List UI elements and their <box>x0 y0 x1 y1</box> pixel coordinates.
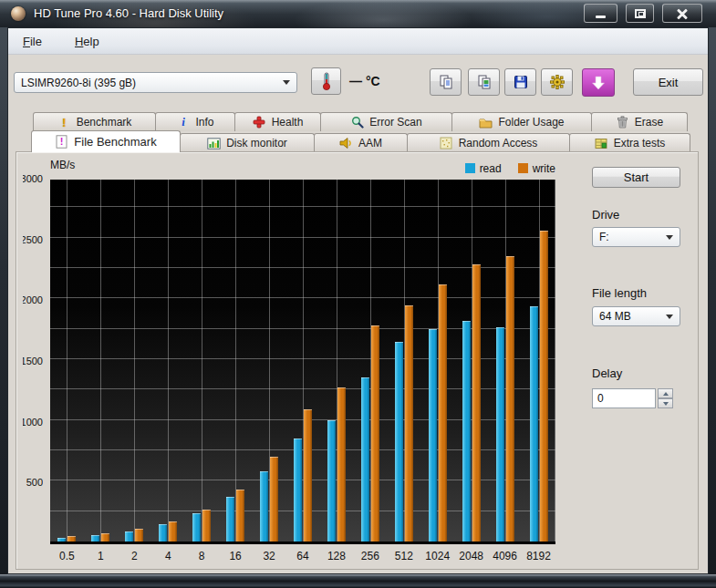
v-gridline <box>168 180 169 544</box>
tab-aam[interactable]: AAM <box>314 133 408 152</box>
tab-health[interactable]: Health <box>234 112 321 131</box>
x-tick-label: 8192 <box>521 550 557 562</box>
bar-read-2 <box>125 531 133 542</box>
bar-read-32 <box>260 471 268 542</box>
bar-write-8192 <box>540 231 548 542</box>
tab-row-2: ! File Benchmark Disk monitor <box>31 130 690 152</box>
down-arrow-icon <box>663 402 669 406</box>
bar-write-512 <box>405 305 413 542</box>
temperature-value: — °C <box>349 74 380 88</box>
client-area: File Help LSIMR9260-8i (395 gB) — °C <box>7 27 709 574</box>
x-tick-label: 8 <box>183 550 220 562</box>
x-tick-label: 4 <box>150 550 186 562</box>
bar-write-4096 <box>506 256 514 542</box>
start-button[interactable]: Start <box>592 167 680 188</box>
minimize-icon <box>596 15 606 18</box>
bar-write-32 <box>270 457 278 542</box>
bar-read-256 <box>361 377 369 542</box>
tools-button[interactable] <box>541 68 573 96</box>
thermometer-icon <box>318 71 335 91</box>
device-selector-value: LSIMR9260-8i (395 gB) <box>21 77 279 89</box>
delay-spin-up-button[interactable] <box>658 388 673 398</box>
tab-file-benchmark[interactable]: ! File Benchmark <box>31 130 181 152</box>
svg-text:!: ! <box>60 136 64 147</box>
bar-write-1024 <box>439 284 447 542</box>
tab-disk-monitor[interactable]: Disk monitor <box>180 133 315 152</box>
bar-write-128 <box>337 387 346 542</box>
exit-button[interactable]: Exit <box>633 68 703 96</box>
legend-item-write: write <box>518 162 555 175</box>
maximize-button[interactable] <box>626 4 654 23</box>
legend-item-read: read <box>465 162 502 175</box>
benchmark-icon: ! <box>57 116 71 129</box>
delay-spinner <box>658 388 673 408</box>
bar-read-4 <box>159 524 167 542</box>
v-gridline <box>67 180 67 544</box>
temperature-button[interactable] <box>311 67 341 95</box>
random-access-icon <box>440 137 453 150</box>
legend-swatch-read <box>465 163 475 173</box>
y-tick-label: 2500 <box>23 234 43 245</box>
x-tick-label: 4096 <box>487 550 524 562</box>
bar-write-64 <box>304 409 312 542</box>
bar-write-8 <box>202 510 211 542</box>
menu-bar: File Help <box>8 28 708 55</box>
tab-info[interactable]: i Info <box>155 112 235 131</box>
delay-label: Delay <box>592 366 622 380</box>
x-tick-label: 1 <box>82 550 119 562</box>
delay-input[interactable] <box>592 388 656 408</box>
extra-tests-icon <box>595 137 608 150</box>
legend-swatch-write <box>518 163 528 173</box>
drive-selector[interactable]: F: <box>592 227 680 247</box>
file-length-selector[interactable]: 64 MB <box>592 306 680 326</box>
v-gridline <box>134 180 135 544</box>
x-tick-label: 64 <box>285 550 321 562</box>
tab-extra-tests[interactable]: Extra tests <box>569 133 690 152</box>
x-tick-label: 32 <box>251 550 287 562</box>
bar-write-0.5 <box>67 536 76 542</box>
y-tick-label: 1500 <box>23 356 43 366</box>
download-icon <box>591 76 606 90</box>
file-length-selector-value: 64 MB <box>599 310 662 323</box>
device-selector[interactable]: LSIMR9260-8i (395 gB) <box>14 72 297 93</box>
menu-file[interactable]: File <box>17 32 47 51</box>
x-tick-label: 16 <box>217 550 254 562</box>
v-gridline <box>202 180 202 544</box>
menu-help[interactable]: Help <box>69 32 105 51</box>
bar-read-1024 <box>429 329 437 542</box>
window-title: HD Tune Pro 4.60 - Hard Disk Utility <box>34 6 223 20</box>
copy-image-icon <box>476 74 493 90</box>
y-tick-label: 2000 <box>23 294 43 305</box>
bar-write-2048 <box>472 264 481 542</box>
x-tick-label: 128 <box>318 550 355 562</box>
bar-write-2 <box>135 529 143 542</box>
x-tick-label: 2048 <box>453 550 490 562</box>
bar-write-16 <box>236 490 244 542</box>
tab-erase[interactable]: Erase <box>591 112 688 131</box>
bar-read-2048 <box>462 321 471 542</box>
copy-text-button[interactable] <box>430 68 462 96</box>
tab-folder-usage[interactable]: Folder Usage <box>451 112 592 131</box>
tab-random-access[interactable]: Random Access <box>407 133 570 152</box>
dropdown-arrow-icon <box>666 235 673 240</box>
y-axis-unit: MB/s <box>50 159 75 171</box>
up-arrow-icon <box>663 392 669 396</box>
folder-icon <box>479 116 493 129</box>
minimize-button[interactable] <box>584 4 617 23</box>
tab-benchmark[interactable]: ! Benchmark <box>33 112 156 131</box>
copy-image-button[interactable] <box>468 68 500 96</box>
bar-read-64 <box>294 438 302 542</box>
bar-write-4 <box>169 521 177 542</box>
bar-read-1 <box>91 535 99 542</box>
bar-read-8192 <box>530 306 538 542</box>
dropdown-arrow-icon <box>666 315 673 319</box>
maximize-icon <box>635 9 646 18</box>
save-button[interactable] <box>504 68 536 96</box>
download-button[interactable] <box>582 68 615 97</box>
tools-icon <box>549 74 566 90</box>
legend-label-read: read <box>480 162 502 175</box>
drive-selector-value: F: <box>599 231 662 243</box>
delay-spin-down-button[interactable] <box>658 398 673 408</box>
tab-error-scan[interactable]: Error Scan <box>320 112 452 131</box>
close-button[interactable] <box>662 4 702 23</box>
